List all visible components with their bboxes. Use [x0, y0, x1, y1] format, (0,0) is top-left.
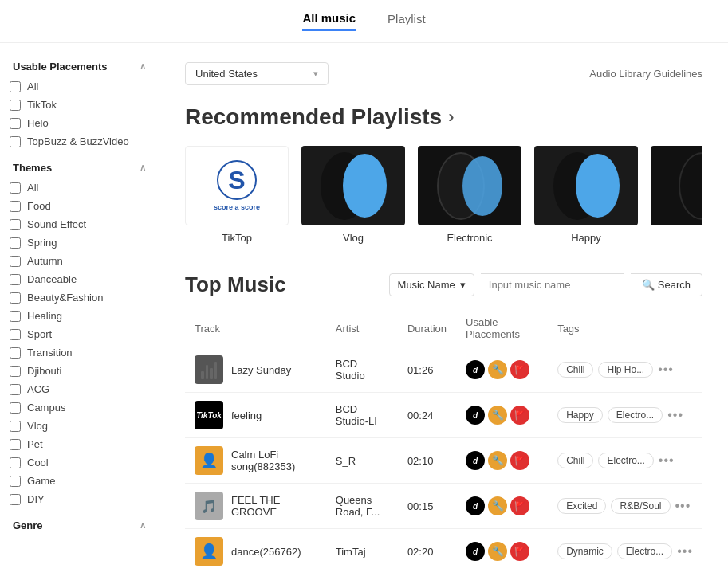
sidebar-item-label: ACG: [27, 383, 49, 395]
col-tags: Tags: [548, 310, 702, 347]
sidebar-item[interactable]: Transition: [0, 343, 159, 362]
tiktok-placement-icon: d: [466, 451, 485, 470]
playlists-row: S score a score TikTop Vlog: [185, 146, 702, 244]
checkbox-topbuzz[interactable]: [10, 136, 21, 147]
artist-cell: BCD Studio-LI: [326, 393, 398, 438]
duration-cell: 02:10: [398, 438, 456, 484]
music-name-input[interactable]: [481, 273, 624, 296]
placements-cell: d 🔧 🚩: [456, 347, 548, 393]
sidebar-item-label: Djibouti: [27, 365, 61, 377]
top-music-section: Top Music Music Name ▾ 🔍 Search: [185, 272, 702, 574]
sidebar-item-label: Beauty&Fashion: [27, 292, 103, 304]
music-table: Track Artist Duration Usable Placements …: [185, 310, 702, 574]
search-bar: Music Name ▾ 🔍 Search: [389, 273, 702, 296]
tag-badge: Electro...: [598, 453, 653, 468]
chevron-down-icon: ▾: [313, 69, 318, 79]
track-title: dance(256762): [231, 546, 301, 558]
track-thumbnail: 👤: [195, 446, 223, 475]
playlist-card-electronic[interactable]: Electronic: [418, 146, 521, 244]
search-button[interactable]: 🔍 Search: [631, 273, 702, 296]
track-cell: 🎵 FEEL THE GROOVE: [185, 484, 326, 529]
playlist-card-vlog[interactable]: Vlog: [301, 146, 405, 244]
sidebar-section-usable-placements: Usable Placements ∧ All TikTok Helo TopB…: [0, 56, 159, 151]
duration-cell: 02:20: [398, 529, 456, 574]
flag-placement-icon: 🚩: [510, 496, 529, 515]
top-bar: United States ▾ Audio Library Guidelines: [185, 62, 702, 85]
chevron-up-icon: ∧: [140, 520, 146, 531]
sidebar-item[interactable]: Djibouti: [0, 362, 159, 380]
sidebar: Usable Placements ∧ All TikTok Helo TopB…: [0, 43, 159, 588]
sidebar-item[interactable]: DIY: [0, 490, 159, 508]
sidebar-item[interactable]: Sound Effect: [0, 215, 159, 233]
placements-cell: d 🔧 🚩: [456, 438, 548, 484]
playlist-card-extra[interactable]: [651, 146, 702, 244]
sidebar-item[interactable]: All: [0, 77, 159, 96]
col-placements: Usable Placements: [456, 310, 548, 347]
music-name-label: Music Name: [398, 279, 455, 291]
tab-playlist[interactable]: Playlist: [388, 12, 426, 30]
sidebar-item[interactable]: Beauty&Fashion: [0, 288, 159, 307]
sidebar-section-label: Usable Placements: [13, 61, 108, 73]
tag-badge: Chill: [557, 453, 593, 468]
sidebar-item[interactable]: Pet: [0, 435, 159, 453]
table-row: Lazy Sunday BCD Studio 01:26 d 🔧 🚩: [185, 347, 702, 393]
main-content: United States ▾ Audio Library Guidelines…: [159, 43, 728, 588]
placements-cell: d 🔧 🚩: [456, 529, 548, 574]
sidebar-section-header-themes[interactable]: Themes ∧: [0, 157, 159, 178]
sidebar-item[interactable]: Sport: [0, 325, 159, 343]
tags-cell: Chill Electro... •••: [548, 438, 702, 484]
track-cell: Lazy Sunday: [185, 347, 326, 393]
track-title: FEEL THE GROOVE: [231, 494, 317, 518]
sidebar-item-label: Transition: [27, 347, 73, 359]
music-name-select[interactable]: Music Name ▾: [389, 273, 474, 296]
search-icon: 🔍: [642, 279, 655, 291]
more-button[interactable]: •••: [677, 544, 693, 559]
sidebar-item[interactable]: ACG: [0, 380, 159, 398]
chevron-right-icon[interactable]: ›: [448, 107, 454, 127]
table-row: 👤 dance(256762) TimTaj 02:20 d 🔧 🚩: [185, 529, 702, 574]
score-logo: S score a score: [214, 160, 260, 211]
tag-badge: R&B/Soul: [611, 498, 670, 514]
sidebar-item[interactable]: TopBuzz & BuzzVideo: [0, 132, 159, 151]
more-button[interactable]: •••: [659, 453, 675, 468]
playlist-card-happy[interactable]: Happy: [534, 146, 638, 244]
sidebar-item[interactable]: Autumn: [0, 252, 159, 270]
more-button[interactable]: •••: [658, 363, 674, 377]
sidebar-item-label: Sound Effect: [27, 218, 86, 230]
chevron-up-icon: ∧: [140, 163, 146, 173]
checkbox-tiktok[interactable]: [10, 100, 21, 111]
tag-badge: Electro...: [617, 543, 672, 559]
sidebar-item[interactable]: Danceable: [0, 270, 159, 288]
artist-cell: BCD Studio: [326, 347, 398, 393]
placements-cell: d 🔧 🚩: [456, 484, 548, 529]
chevron-down-icon: ▾: [460, 279, 466, 291]
sidebar-item[interactable]: All: [0, 178, 159, 197]
sidebar-item[interactable]: Cool: [0, 453, 159, 472]
sidebar-section-header-genre[interactable]: Genre ∧: [0, 515, 159, 536]
checkbox-all-placement[interactable]: [10, 81, 21, 92]
tab-all-music[interactable]: All music: [302, 11, 356, 31]
checkbox-helo[interactable]: [10, 118, 21, 129]
sidebar-item-label: All: [27, 80, 38, 92]
playlist-card-tiktop[interactable]: S score a score TikTop: [185, 146, 289, 244]
sidebar-item[interactable]: Helo: [0, 114, 159, 132]
sidebar-item[interactable]: Healing: [0, 307, 159, 325]
sidebar-section-header-usable-placements[interactable]: Usable Placements ∧: [0, 56, 159, 77]
guidelines-link[interactable]: Audio Library Guidelines: [589, 68, 702, 80]
sidebar-item[interactable]: Food: [0, 197, 159, 215]
sidebar-item-label: DIY: [27, 493, 45, 505]
sidebar-item[interactable]: Vlog: [0, 417, 159, 435]
sidebar-item[interactable]: TikTok: [0, 96, 159, 114]
tag-badge: Electro...: [608, 407, 663, 423]
more-button[interactable]: •••: [667, 408, 683, 422]
tag-badge: Chill: [557, 362, 593, 378]
region-selector[interactable]: United States ▾: [185, 62, 329, 85]
tool-placement-icon: 🔧: [488, 496, 507, 515]
sidebar-section-label: Genre: [13, 519, 43, 531]
table-row: 🎵 FEEL THE GROOVE Queens Road, F... 00:1…: [185, 484, 702, 529]
sidebar-item[interactable]: Game: [0, 472, 159, 490]
tiktok-placement-icon: d: [466, 542, 485, 561]
sidebar-item[interactable]: Spring: [0, 233, 159, 252]
more-button[interactable]: •••: [675, 499, 691, 513]
sidebar-item[interactable]: Campus: [0, 398, 159, 417]
